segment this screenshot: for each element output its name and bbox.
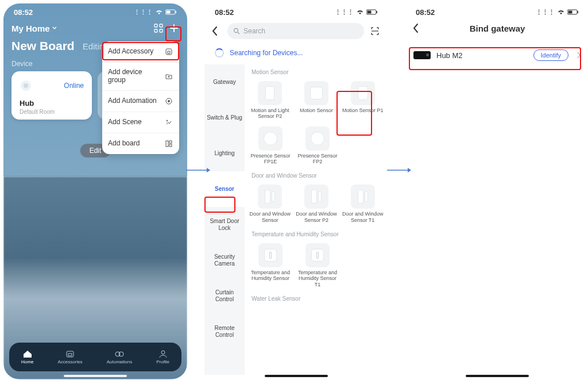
home-screen: 08:52 ⋮⋮⋮ My Home (3, 3, 187, 379)
battery-icon (165, 9, 177, 15)
tab-bar: Home Accessories Automations Profile (9, 343, 181, 371)
svg-point-26 (234, 29, 238, 33)
status-icons: ⋮⋮⋮ (335, 9, 378, 16)
wifi-icon (557, 9, 565, 15)
menu-add-board[interactable]: Add board (102, 133, 179, 154)
identify-button[interactable]: Identify (533, 49, 568, 61)
plus-icon[interactable] (169, 23, 179, 33)
status-bar: 08:52 ⋮⋮⋮ (204, 3, 388, 21)
search-placeholder: Search (243, 27, 265, 35)
wifi-icon (155, 9, 163, 15)
svg-rect-15 (169, 141, 172, 143)
svg-line-27 (238, 32, 239, 34)
board-icon (164, 139, 173, 148)
device-door-window-t1[interactable]: Door and Window Sensor T1 (341, 181, 385, 226)
device-door-window[interactable]: Door and Window Sensor (248, 181, 292, 226)
svg-rect-5 (154, 29, 157, 32)
automations-icon (114, 350, 125, 358)
add-menu: Add Accessory Add device group Add Autom… (102, 41, 179, 154)
grid-icon[interactable] (154, 24, 163, 33)
svg-rect-1 (167, 11, 171, 14)
svg-rect-24 (368, 11, 372, 14)
back-button[interactable] (211, 26, 223, 36)
searching-text: Searching for Devices... (230, 49, 303, 57)
svg-point-8 (24, 83, 28, 88)
device-motion-sensor[interactable]: Motion Sensor (295, 78, 339, 123)
svg-rect-32 (578, 11, 579, 13)
svg-rect-25 (377, 11, 378, 13)
status-bar: 08:52 ⋮⋮⋮ (405, 3, 588, 21)
device-presence-fp1e[interactable]: Presence Sensor FP1E (248, 123, 293, 168)
tab-profile[interactable]: Profile (156, 350, 169, 364)
section-water: Water Leak Sensor (248, 291, 385, 304)
status-time: 08:52 (416, 8, 435, 17)
sidebar-item-curtain-control[interactable]: Curtain Control (204, 278, 245, 314)
svg-rect-18 (68, 354, 72, 356)
accessory-icon (164, 47, 173, 56)
home-indicator (265, 375, 328, 377)
device-name: Hub (20, 99, 84, 107)
svg-rect-2 (176, 11, 177, 13)
search-input[interactable]: Search (227, 23, 364, 39)
device-list: Motion Sensor Motion and Light Sensor P2… (245, 64, 388, 375)
category-sidebar: Gateway Switch & Plug Lighting Sensor Sm… (204, 64, 245, 375)
svg-point-20 (119, 352, 123, 356)
wifi-icon (356, 9, 364, 15)
hub-icon (20, 79, 32, 92)
device-motion-sensor-p1[interactable]: Motion Sensor P1 (341, 78, 385, 123)
home-selector[interactable]: My Home (11, 24, 57, 33)
menu-add-accessory[interactable]: Add Accessory (102, 41, 179, 62)
sidebar-item-switch-plug[interactable]: Switch & Plug (204, 100, 245, 136)
page-title: Bind gateway (412, 24, 582, 33)
svg-rect-6 (160, 29, 163, 32)
accessories-icon (65, 350, 75, 358)
svg-rect-4 (160, 24, 163, 27)
device-door-window-p2[interactable]: Door and Window Sensor P2 (295, 181, 339, 226)
sidebar-item-security-camera[interactable]: Security Camera (204, 243, 245, 278)
signal-icon: ⋮⋮⋮ (134, 9, 153, 16)
board-title: New Board (11, 39, 75, 53)
scan-button[interactable] (369, 25, 381, 37)
svg-rect-14 (166, 141, 168, 147)
device-temp-humidity-t1[interactable]: Temperature and Humidity Sensor T1 (295, 240, 340, 291)
sidebar-item-gateway[interactable]: Gateway (204, 64, 245, 100)
battery-icon (567, 9, 579, 15)
chevron-down-icon (52, 26, 57, 30)
device-room: Default Room (20, 109, 84, 115)
signal-icon: ⋮⋮⋮ (335, 9, 354, 16)
profile-icon (158, 350, 168, 358)
svg-point-13 (167, 120, 168, 121)
svg-rect-10 (168, 51, 170, 53)
device-presence-fp2[interactable]: Presence Sensor FP2 (295, 123, 340, 168)
sidebar-item-remote-control[interactable]: Remote Control (204, 314, 245, 350)
spinner-icon (215, 48, 224, 57)
status-time: 08:52 (215, 8, 234, 17)
folder-plus-icon (164, 72, 173, 81)
automation-icon (164, 97, 173, 106)
battery-icon (366, 9, 378, 15)
device-temp-humidity[interactable]: Temperature and Humidity Sensor (248, 240, 293, 291)
home-icon (22, 350, 33, 358)
gateway-row[interactable]: Hub M2 Identify (405, 43, 588, 68)
bind-gateway-screen: 08:52 ⋮⋮⋮ Bind gateway Hub M2 Identify (405, 3, 588, 379)
svg-rect-31 (568, 11, 572, 14)
status-icons: ⋮⋮⋮ (536, 9, 579, 16)
device-card-hub[interactable]: Online Hub Default Room (11, 71, 92, 120)
chevron-right-icon (577, 51, 581, 59)
svg-point-21 (161, 351, 165, 354)
tab-accessories[interactable]: Accessories (57, 350, 82, 364)
sidebar-item-smart-door-lock[interactable]: Smart Door Lock (204, 207, 245, 243)
hub-image (413, 51, 431, 59)
device-motion-light-p2[interactable]: Motion and Light Sensor P2 (248, 78, 292, 123)
arrow-1 (185, 164, 211, 176)
menu-add-scene[interactable]: Add Scene (102, 112, 179, 133)
tab-automations[interactable]: Automations (107, 350, 132, 364)
menu-add-device-group[interactable]: Add device group (102, 62, 179, 90)
menu-add-automation[interactable]: Add Automation (102, 90, 179, 112)
svg-point-12 (168, 100, 170, 102)
sidebar-item-sensor[interactable]: Sensor (204, 171, 245, 207)
home-indicator (64, 375, 127, 377)
scene-icon (164, 118, 173, 127)
tab-home[interactable]: Home (21, 350, 33, 364)
add-accessory-screen: 08:52 ⋮⋮⋮ Search Searching for Devices..… (204, 3, 388, 379)
